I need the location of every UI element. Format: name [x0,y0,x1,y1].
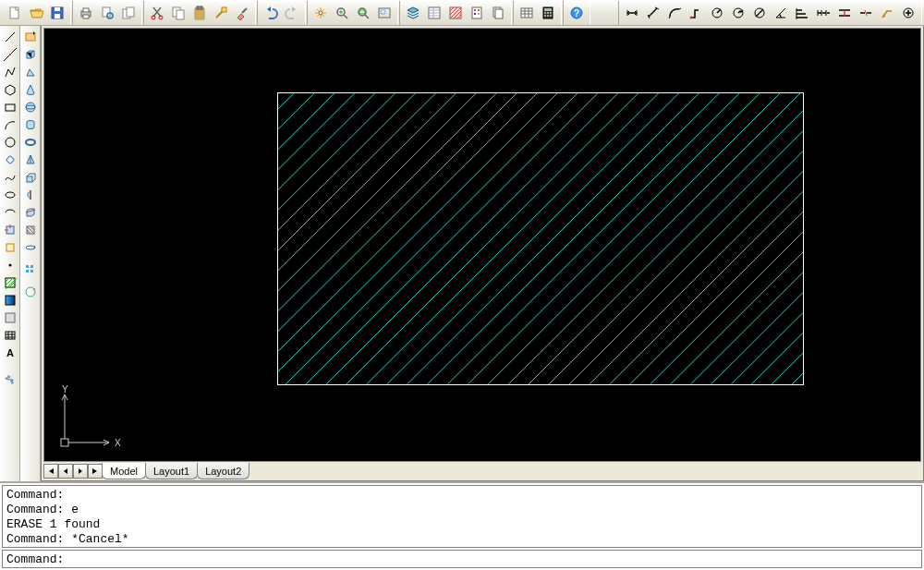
layer-new-icon[interactable] [22,29,39,45]
region-icon[interactable] [2,309,18,326]
properties-icon[interactable] [424,3,444,23]
tab-layout1[interactable]: Layout1 [145,463,198,479]
zoom-icon[interactable] [332,3,352,23]
make-block-icon[interactable] [2,239,18,256]
hatch-icon[interactable] [2,274,18,291]
svg-rect-71 [26,270,29,273]
layout-tabs: Model Layout1 Layout2 [42,462,923,480]
table-icon[interactable] [517,3,537,23]
arc-icon[interactable] [2,116,18,133]
zoom-extents-icon[interactable] [353,3,373,23]
dim-diameter-icon[interactable] [749,3,770,23]
svg-rect-30 [478,13,480,15]
publish-icon[interactable] [118,3,139,23]
svg-point-62 [26,103,35,112]
pyramid-icon[interactable] [22,152,39,168]
box-icon[interactable] [22,46,39,63]
tab-model[interactable]: Model [102,463,146,479]
polygon-icon[interactable] [2,81,18,98]
xline-icon[interactable] [2,46,18,63]
torus-icon[interactable] [22,134,39,151]
calculator-icon[interactable] [538,3,558,23]
dim-ordinate-icon[interactable] [686,3,706,23]
cylinder-icon[interactable] [22,116,39,133]
tab-layout2[interactable]: Layout2 [197,463,249,479]
qleader-icon[interactable] [877,3,897,23]
drawing-viewport[interactable]: X Y [43,28,921,462]
rectangle-icon[interactable] [2,99,18,115]
dim-radius-icon[interactable] [707,3,727,23]
spline-icon[interactable] [2,169,18,186]
section-icon[interactable] [22,222,39,238]
tab-last-icon[interactable] [88,464,103,479]
svg-rect-26 [472,7,481,18]
print-preview-icon[interactable] [97,3,117,23]
dim-center-icon[interactable] [898,3,918,23]
helix-icon[interactable] [2,372,18,389]
help-group: ? [563,1,590,25]
dim-jogged-icon[interactable] [728,3,748,23]
zoom-window-icon[interactable] [374,3,395,23]
paintbrush-icon[interactable] [232,3,252,23]
save-icon[interactable] [47,3,67,23]
revolve-icon[interactable] [22,187,39,203]
table-tool-icon[interactable] [2,327,18,344]
command-history[interactable]: Command: Command: e ERASE 1 found Comman… [2,485,922,548]
dim-continue-icon[interactable] [813,3,833,23]
extrude-icon[interactable] [22,169,39,186]
help-icon[interactable]: ? [566,3,587,23]
revcloud-icon[interactable] [2,152,18,168]
slice-icon[interactable] [22,204,39,221]
tab-prev-icon[interactable] [58,464,73,479]
dim-break-icon[interactable] [856,3,876,23]
svg-rect-59 [6,332,15,339]
match-icon[interactable] [211,3,231,23]
dim-aligned-icon[interactable] [643,3,663,23]
insert-block-icon[interactable] [2,222,18,238]
dim-linear-icon[interactable] [622,3,642,23]
copy-icon[interactable] [168,3,188,23]
command-input[interactable]: Command: [2,550,922,568]
ellipse-icon[interactable] [2,187,18,203]
svg-point-38 [550,12,552,14]
line-icon[interactable] [2,29,18,45]
tab-first-icon[interactable] [43,464,58,479]
new-icon[interactable] [5,3,25,23]
pan-icon[interactable] [310,3,331,23]
paste-icon[interactable] [189,3,210,23]
wedge-icon[interactable] [22,64,39,80]
tab-next-icon[interactable] [73,464,88,479]
redo-icon[interactable] [282,3,302,23]
print-icon[interactable] [76,3,96,23]
main-area: A [0,26,924,481]
3dface-icon[interactable] [22,284,39,300]
ucs-x-label: X [115,438,121,448]
ellipse-arc-icon[interactable] [2,204,18,221]
array3d-icon[interactable] [22,261,39,278]
dim-baseline-icon[interactable] [792,3,812,23]
layers-icon[interactable] [403,3,423,23]
cone-icon[interactable] [22,81,39,98]
circle-icon[interactable] [2,134,18,151]
svg-rect-16 [197,6,202,9]
text-tool-icon[interactable]: A [2,345,18,361]
gradient-icon[interactable] [2,292,18,309]
modeling-toolbar [20,26,41,481]
sheetset-icon[interactable] [488,3,508,23]
rotate3d-icon[interactable] [22,239,39,256]
cut-icon[interactable] [147,3,167,23]
hatch-dialog-icon[interactable] [445,3,466,23]
svg-rect-69 [26,265,29,268]
hatched-rectangle[interactable] [277,92,804,385]
tool-palette-icon[interactable] [467,3,487,23]
polyline-icon[interactable] [2,64,18,80]
sphere-icon[interactable] [22,99,39,115]
dim-space-icon[interactable] [834,3,855,23]
undo-icon[interactable] [261,3,281,23]
dim-angular-icon[interactable] [771,3,791,23]
dim-arc-icon[interactable] [664,3,685,23]
svg-point-51 [6,138,15,147]
point-icon[interactable] [2,257,18,273]
undo-group [257,1,306,25]
open-icon[interactable] [26,3,46,23]
